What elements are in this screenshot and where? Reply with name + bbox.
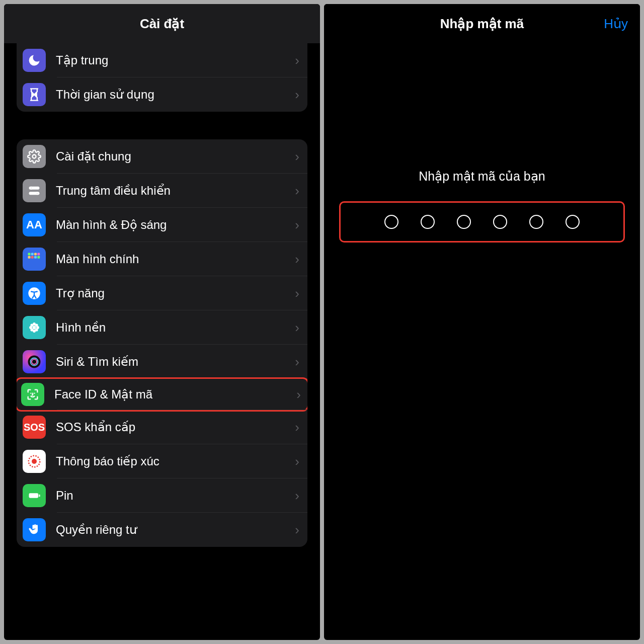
chevron-right-icon: ›: [295, 320, 299, 336]
row-label: Hình nền: [56, 320, 295, 335]
settings-screen: Cài đặt Tập trung›Thời gian sử dụng› Cài…: [4, 4, 320, 640]
chevron-right-icon: ›: [295, 286, 299, 301]
nav-bar: Cài đặt: [4, 4, 320, 43]
battery-icon: [23, 484, 46, 507]
passcode-area: Nhập mật mã của bạn: [324, 169, 640, 243]
svg-rect-10: [31, 256, 34, 259]
svg-rect-8: [37, 253, 40, 256]
svg-point-23: [35, 329, 38, 332]
chevron-right-icon: ›: [295, 354, 299, 370]
svg-rect-31: [29, 493, 39, 498]
row-label: Thông báo tiếp xúc: [56, 454, 295, 468]
chevron-right-icon: ›: [295, 420, 299, 435]
passcode-dot: [384, 215, 398, 229]
chevron-right-icon: ›: [295, 217, 299, 233]
settings-row-battery[interactable]: Pin›: [17, 478, 307, 513]
passcode-dot: [457, 215, 471, 229]
settings-group-b: Cài đặt chung›Trung tâm điều khiển›AAMàn…: [17, 139, 307, 547]
settings-row-home[interactable]: Màn hình chính›: [17, 242, 307, 276]
svg-point-22: [30, 329, 33, 332]
svg-rect-5: [28, 253, 31, 256]
exposure-icon: [23, 450, 46, 473]
passcode-prompt: Nhập mật mã của bạn: [324, 169, 640, 184]
row-label: Thời gian sử dụng: [56, 88, 295, 102]
page-title: Cài đặt: [140, 16, 184, 32]
passcode-dot: [529, 215, 543, 229]
settings-row-faceid[interactable]: Face ID & Mật mã›: [17, 377, 307, 412]
moon-icon: [23, 49, 46, 72]
row-label: SOS khẩn cấp: [56, 420, 295, 434]
flower-icon: [23, 316, 46, 339]
gear-icon: [23, 145, 46, 168]
svg-rect-6: [31, 253, 34, 256]
passcode-dots[interactable]: [339, 201, 625, 243]
settings-group-a: Tập trung›Thời gian sử dụng›: [17, 43, 307, 112]
hand-icon: [23, 518, 46, 541]
chevron-right-icon: ›: [295, 183, 299, 199]
svg-point-14: [33, 289, 35, 291]
faceid-icon: [21, 383, 44, 406]
row-label: Face ID & Mật mã: [54, 387, 296, 401]
cancel-button[interactable]: Hủy: [604, 16, 628, 32]
svg-rect-12: [37, 256, 40, 259]
hourglass-icon: [23, 83, 46, 106]
svg-point-2: [30, 187, 32, 189]
settings-row-screentime[interactable]: Thời gian sử dụng›: [17, 77, 307, 112]
row-label: Pin: [56, 489, 295, 503]
settings-row-sos[interactable]: SOSSOS khẩn cấp›: [17, 410, 307, 444]
row-label: Màn hình chính: [56, 252, 295, 266]
svg-point-27: [30, 393, 31, 394]
row-label: Màn hình & Độ sáng: [56, 218, 295, 232]
chevron-right-icon: ›: [295, 149, 299, 165]
chevron-right-icon: ›: [295, 488, 299, 504]
nav-bar: Nhập mật mã Hủy: [324, 4, 640, 43]
svg-point-0: [33, 155, 36, 158]
settings-row-focus[interactable]: Tập trung›: [17, 43, 307, 77]
accessibility-icon: [23, 282, 46, 305]
chevron-right-icon: ›: [295, 53, 299, 68]
settings-row-exposure[interactable]: Thông báo tiếp xúc›: [17, 444, 307, 478]
app-grid-icon: [23, 248, 46, 271]
chevron-right-icon: ›: [295, 454, 299, 469]
settings-row-control[interactable]: Trung tâm điều khiển›: [17, 174, 307, 208]
row-label: Cài đặt chung: [56, 149, 295, 164]
siri-icon: [23, 350, 46, 373]
svg-point-21: [35, 324, 38, 327]
switches-icon: [23, 179, 46, 202]
settings-row-display[interactable]: AAMàn hình & Độ sáng›: [17, 208, 307, 242]
passcode-screen: Nhập mật mã Hủy Nhập mật mã của bạn: [324, 4, 640, 640]
passcode-dot: [421, 215, 435, 229]
settings-row-siri[interactable]: Siri & Tìm kiếm›: [17, 345, 307, 379]
chevron-right-icon: ›: [295, 87, 299, 103]
chevron-right-icon: ›: [295, 522, 299, 538]
row-label: Quyền riêng tư: [56, 523, 295, 537]
svg-rect-9: [28, 256, 31, 259]
passcode-dot: [493, 215, 507, 229]
settings-row-general[interactable]: Cài đặt chung›: [17, 139, 307, 174]
svg-point-28: [34, 393, 35, 394]
chevron-right-icon: ›: [296, 387, 301, 403]
sos-icon: SOS: [23, 416, 46, 439]
row-label: Trợ năng: [56, 286, 295, 300]
settings-row-privacy[interactable]: Quyền riêng tư›: [17, 513, 307, 547]
svg-point-24: [28, 356, 41, 368]
svg-point-15: [33, 326, 36, 330]
row-label: Trung tâm điều khiển: [56, 184, 295, 198]
page-title: Nhập mật mã: [440, 16, 524, 32]
row-label: Tập trung: [56, 53, 295, 67]
row-label: Siri & Tìm kiếm: [56, 355, 295, 369]
svg-rect-7: [34, 253, 37, 256]
settings-content[interactable]: Tập trung›Thời gian sử dụng› Cài đặt chu…: [4, 43, 320, 547]
text-size-icon: AA: [23, 213, 46, 236]
svg-point-20: [30, 324, 33, 327]
passcode-dot: [566, 215, 580, 229]
svg-rect-11: [34, 256, 37, 259]
chevron-right-icon: ›: [295, 252, 299, 267]
svg-point-30: [32, 459, 37, 464]
settings-row-accessibility[interactable]: Trợ năng›: [17, 276, 307, 310]
settings-row-wallpaper[interactable]: Hình nền›: [17, 310, 307, 345]
svg-rect-32: [39, 495, 40, 497]
svg-point-4: [36, 193, 38, 195]
